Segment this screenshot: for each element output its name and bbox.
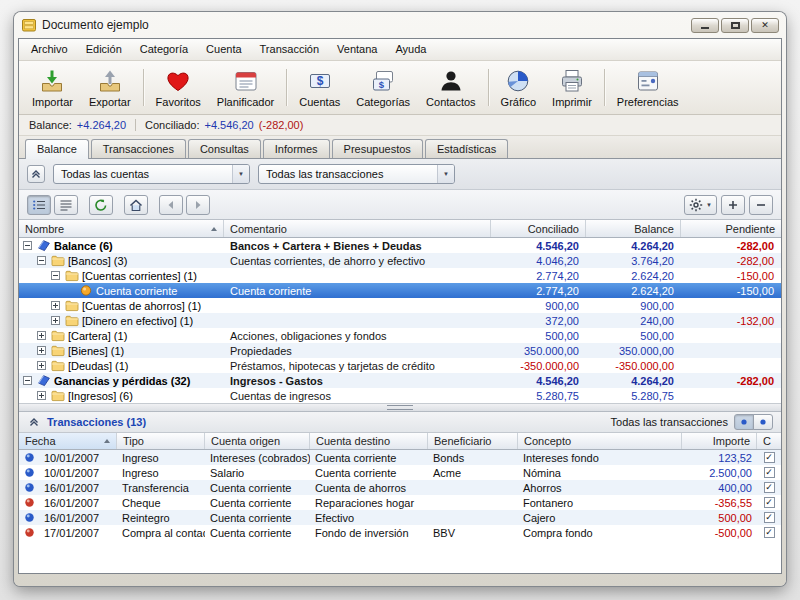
expander-minus-icon[interactable] [23, 376, 32, 385]
expander-plus-icon[interactable] [37, 391, 46, 400]
toolbar-favoritos-button[interactable]: Favoritos [148, 63, 209, 112]
tree-column-pendiente[interactable]: Pendiente [681, 220, 781, 237]
tab-informes[interactable]: Informes [263, 139, 330, 158]
splitter-handle[interactable] [19, 403, 781, 412]
tree-row[interactable]: [Cartera] (1)Acciones, obligaciones y fo… [19, 328, 781, 343]
toolbar-cuentas-button[interactable]: $Cuentas [291, 63, 348, 112]
checkbox-checked[interactable]: ✓ [764, 497, 775, 508]
transactions-column-fecha[interactable]: Fecha [19, 433, 117, 449]
tree-name-cell: [Cuentas corrientes] (1) [19, 269, 224, 282]
list-detail-button[interactable] [27, 195, 51, 215]
expander-plus-icon[interactable] [51, 316, 60, 325]
toolbar-exportar-button[interactable]: Exportar [81, 63, 139, 112]
expander-minus-icon[interactable] [37, 256, 46, 265]
tab-estadisticas[interactable]: Estadísticas [425, 139, 508, 158]
tree-row[interactable]: [Dinero en efectivo] (1)372,00240,00-132… [19, 313, 781, 328]
menu-edicion[interactable]: Edición [77, 39, 131, 60]
tree-row[interactable]: [Cuentas de ahorros] (1)900,00900,00 [19, 298, 781, 313]
expander-minus-icon[interactable] [51, 271, 60, 280]
checkbox-checked[interactable]: ✓ [764, 512, 775, 523]
refresh-button[interactable] [89, 195, 113, 215]
transaction-row[interactable]: 16/01/2007ReintegroCuenta corrienteEfect… [19, 510, 781, 525]
minimize-button[interactable] [691, 18, 719, 33]
maximize-button[interactable] [721, 18, 749, 33]
expander-plus-icon[interactable] [37, 346, 46, 355]
transactions-column-cuenta-destino[interactable]: Cuenta destino [310, 433, 428, 449]
tree-row[interactable]: [Deudas] (1)Préstamos, hipotecas y tarje… [19, 358, 781, 373]
transaction-row[interactable]: 10/01/2007IngresoSalarioCuenta corriente… [19, 465, 781, 480]
checkbox-checked[interactable]: ✓ [764, 527, 775, 538]
expander-plus-icon[interactable] [51, 301, 60, 310]
transactions-column-concepto[interactable]: Concepto [518, 433, 682, 449]
menu-cuenta[interactable]: Cuenta [197, 39, 250, 60]
title-bar[interactable]: Documento ejemplo ✕ [14, 12, 786, 38]
transactions-column-c[interactable]: C [757, 433, 781, 449]
tab-transacciones[interactable]: Transacciones [91, 139, 186, 158]
tab-presupuestos[interactable]: Presupuestos [332, 139, 423, 158]
toolbar-button-label: Favoritos [156, 96, 201, 108]
maximize-icon [731, 22, 740, 29]
tree-column-balance[interactable]: Balance [586, 220, 681, 237]
transactions-column-beneficiario[interactable]: Beneficiario [428, 433, 518, 449]
expander-plus-icon[interactable] [37, 361, 46, 370]
transactions-column-cuenta-origen[interactable]: Cuenta origen [205, 433, 310, 449]
toolbar-importar-button[interactable]: Importar [24, 63, 81, 112]
accounts-filter-select[interactable]: Todas las cuentas ▼ [53, 164, 250, 184]
menu-transaccion[interactable]: Transacción [251, 39, 329, 60]
close-button[interactable]: ✕ [751, 18, 779, 33]
tree-comment-cell: Bancos + Cartera + Bienes + Deudas [224, 240, 491, 252]
transactions-filter-select[interactable]: Todas las transacciones ▼ [258, 164, 455, 184]
back-icon [166, 200, 176, 210]
collapse-transactions-button[interactable] [27, 415, 41, 429]
tree-row[interactable]: Ganancias y pérdidas (32)Ingresos - Gast… [19, 373, 781, 388]
tree-row[interactable]: Balance (6)Bancos + Cartera + Bienes + D… [19, 238, 781, 253]
toolbar-grafico-button[interactable]: Gráfico [493, 63, 544, 112]
view-switch-list-button[interactable] [734, 414, 754, 430]
transactions-column-tipo[interactable]: Tipo [117, 433, 205, 449]
categories-icon: $ [370, 68, 396, 94]
menu-ayuda[interactable]: Ayuda [386, 39, 435, 60]
menu-ventana[interactable]: Ventana [328, 39, 386, 60]
chart-icon [505, 68, 531, 94]
tree-row[interactable]: [Bienes] (1)Propiedades350.000,00350.000… [19, 343, 781, 358]
remove-button[interactable] [749, 195, 773, 215]
toolbar-contactos-button[interactable]: Contactos [418, 63, 484, 112]
toolbar-preferencias-button[interactable]: Preferencias [609, 63, 687, 112]
transaction-type-cell: Ingreso [117, 452, 205, 464]
transactions-column-importe[interactable]: Importe [682, 433, 757, 449]
forward-button[interactable] [186, 195, 210, 215]
expander-plus-icon[interactable] [37, 331, 46, 340]
transaction-row[interactable]: 10/01/2007IngresoIntereses (cobrados)Cue… [19, 450, 781, 465]
tree-column-nombre[interactable]: Nombre [19, 220, 224, 237]
home-button[interactable] [124, 195, 148, 215]
add-button[interactable] [721, 195, 745, 215]
tree-reconciled-cell: 900,00 [491, 300, 586, 312]
gear-button[interactable]: ▼ [684, 195, 717, 215]
tree-column-comentario[interactable]: Comentario [224, 220, 491, 237]
checkbox-checked[interactable]: ✓ [764, 452, 775, 463]
tree-row[interactable]: [Ingresos] (6)Cuentas de ingresos5.280,7… [19, 388, 781, 403]
transaction-type-icon-cell [19, 482, 39, 493]
tab-consultas[interactable]: Consultas [188, 139, 261, 158]
menu-archivo[interactable]: Archivo [22, 39, 77, 60]
list-flat-button[interactable] [54, 195, 78, 215]
back-button[interactable] [159, 195, 183, 215]
transaction-row[interactable]: 16/01/2007ChequeCuenta corrienteReparaci… [19, 495, 781, 510]
toolbar-imprimir-button[interactable]: Imprimir [544, 63, 600, 112]
tree-row[interactable]: Cuenta corrienteCuenta corriente2.774,20… [19, 283, 781, 298]
tab-balance[interactable]: Balance [25, 139, 89, 159]
expander-minus-icon[interactable] [23, 241, 32, 250]
toolbar-planificador-button[interactable]: Planificador [209, 63, 282, 112]
tree-name-cell: [Cuentas de ahorros] (1) [19, 299, 224, 312]
tree-column-conciliado[interactable]: Conciliado [491, 220, 586, 237]
transaction-row[interactable]: 16/01/2007TransferenciaCuenta corrienteC… [19, 480, 781, 495]
tree-row[interactable]: [Cuentas corrientes] (1)2.774,202.624,20… [19, 268, 781, 283]
menu-categoria[interactable]: Categoría [131, 39, 197, 60]
collapse-filters-button[interactable] [27, 165, 45, 183]
checkbox-checked[interactable]: ✓ [764, 467, 775, 478]
toolbar-categorias-button[interactable]: $Categorías [348, 63, 418, 112]
checkbox-checked[interactable]: ✓ [764, 482, 775, 493]
tree-row[interactable]: [Bancos] (3)Cuentas corrientes, de ahorr… [19, 253, 781, 268]
transaction-row[interactable]: 17/01/2007Compra al contadoCuenta corrie… [19, 525, 781, 540]
view-switch-detail-button[interactable] [753, 414, 773, 430]
